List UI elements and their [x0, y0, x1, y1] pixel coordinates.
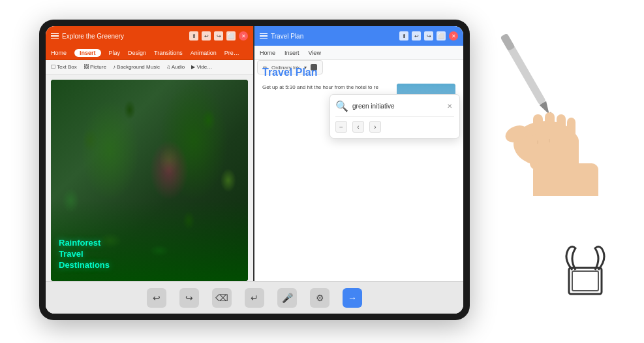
kb-send-btn[interactable]: → [343, 288, 362, 308]
hand-stylus-area [468, 13, 598, 196]
keyboard-toolbar: ↩ ↪ ⌫ ↵ 🎤 ⚙ → [46, 281, 463, 314]
redo-icon[interactable]: ↪ [214, 31, 223, 41]
right-window-icon[interactable]: ⬜ [437, 31, 446, 41]
find-header: 🔍 ✕ [335, 100, 454, 112]
right-hamburger-icon[interactable] [260, 33, 268, 39]
presentation-slide: Rainforest Travel Destinations [51, 80, 248, 281]
svg-rect-11 [533, 163, 598, 196]
hand-svg [468, 13, 598, 196]
svg-rect-1 [500, 33, 515, 52]
close-icon[interactable]: ✕ [239, 31, 248, 41]
find-input[interactable] [352, 103, 441, 110]
left-titlebar: Explore the Greenery ⬆ ↩ ↪ ⬜ ✕ [46, 26, 253, 46]
right-undo-icon[interactable]: ↩ [412, 31, 421, 41]
find-minus-btn[interactable]: − [335, 121, 347, 133]
menu-animation[interactable]: Animation [191, 50, 217, 56]
kb-enter-btn[interactable]: ↵ [245, 288, 264, 308]
menu-transitions[interactable]: Transitions [154, 50, 183, 56]
right-menu-insert[interactable]: Insert [284, 50, 299, 56]
left-slide-content: Rainforest Travel Destinations Rainfores… [46, 74, 253, 314]
binder-clip-svg [559, 245, 611, 304]
right-menu-home[interactable]: Home [260, 50, 275, 56]
find-next-btn[interactable]: › [369, 121, 381, 133]
window-icon[interactable]: ⬜ [226, 31, 236, 41]
kb-undo-btn[interactable]: ↩ [147, 288, 166, 308]
hamburger-icon[interactable] [51, 33, 59, 39]
right-doc-content: Travel Plan Get up at 5:30 and hit the h… [254, 60, 463, 314]
right-toolbar-icons: ⬆ ↩ ↪ ⬜ ✕ [399, 31, 458, 41]
menu-play[interactable]: Play [109, 50, 121, 56]
binder-clip [559, 245, 611, 304]
find-controls: − ‹ › [335, 116, 454, 133]
kb-mic-btn[interactable]: 🎤 [277, 288, 297, 308]
find-replace-popup: 🔍 ✕ − ‹ › [330, 94, 460, 139]
insert-video[interactable]: ▶ Vide… [191, 64, 212, 70]
right-pane: Travel Plan ⬆ ↩ ↪ ⬜ ✕ Home Insert [254, 26, 463, 314]
tablet-screen: Explore the Greenery ⬆ ↩ ↪ ⬜ ✕ Home Inse… [46, 26, 463, 314]
svg-rect-15 [572, 271, 598, 291]
undo-icon[interactable]: ↩ [202, 31, 211, 41]
slide-title-text: Rainforest Travel Destinations [59, 238, 110, 271]
left-toolbar-icons: ⬆ ↩ ↪ ⬜ ✕ [189, 31, 248, 41]
doc-title: Travel Plan [262, 67, 455, 78]
right-share-icon[interactable]: ⬆ [399, 31, 408, 41]
find-prev-btn[interactable]: ‹ [352, 121, 364, 133]
insert-bgmusic[interactable]: ♪ Background Music [113, 64, 160, 70]
menu-home[interactable]: Home [51, 50, 67, 56]
split-screen: Explore the Greenery ⬆ ↩ ↪ ⬜ ✕ Home Inse… [46, 26, 463, 314]
tablet-device: Explore the Greenery ⬆ ↩ ↪ ⬜ ✕ Home Inse… [39, 20, 470, 320]
menu-design[interactable]: Design [128, 50, 146, 56]
kb-delete-btn[interactable]: ⌫ [212, 288, 232, 308]
kb-settings-btn[interactable]: ⚙ [310, 288, 330, 308]
right-app-title: Travel Plan [271, 33, 399, 40]
find-close-btn[interactable]: ✕ [445, 102, 454, 111]
right-menu-bar: Home Insert View [254, 46, 463, 60]
stylus [500, 33, 555, 121]
insert-audio[interactable]: ♫ Audio [166, 64, 185, 70]
insert-picture[interactable]: 🖼 Picture [84, 64, 106, 70]
right-redo-icon[interactable]: ↪ [424, 31, 433, 41]
right-close-icon[interactable]: ✕ [449, 31, 458, 41]
menu-more[interactable]: Pre… [224, 50, 239, 56]
find-search-icon: 🔍 [335, 100, 348, 112]
share-icon[interactable]: ⬆ [189, 31, 198, 41]
left-app-title: Explore the Greenery [62, 33, 189, 40]
scene: Explore the Greenery ⬆ ↩ ↪ ⬜ ✕ Home Inse… [0, 0, 644, 343]
kb-redo-btn[interactable]: ↪ [179, 288, 199, 308]
right-menu-view[interactable]: View [309, 50, 321, 56]
left-insert-bar: ☐ Text Box 🖼 Picture ♪ Background Music … [46, 60, 253, 74]
insert-textbox[interactable]: ☐ Text Box [51, 64, 77, 70]
right-titlebar: Travel Plan ⬆ ↩ ↪ ⬜ ✕ [254, 26, 463, 46]
left-pane: Explore the Greenery ⬆ ↩ ↪ ⬜ ✕ Home Inse… [46, 26, 254, 314]
left-menu-bar: Home Insert Play Design Transitions Anim… [46, 46, 253, 60]
menu-insert-active[interactable]: Insert [74, 49, 101, 57]
